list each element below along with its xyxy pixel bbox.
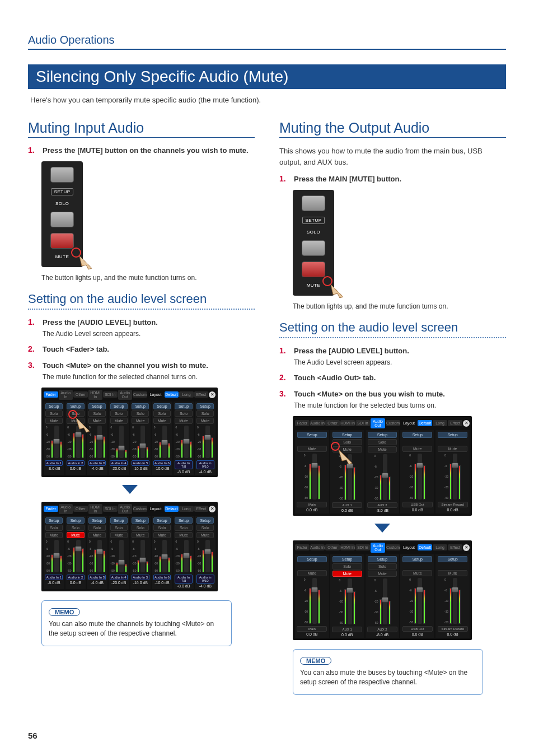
fader[interactable]	[184, 540, 189, 572]
solo-button[interactable]: Solo	[153, 525, 171, 531]
fader[interactable]	[205, 426, 210, 458]
tab-hdmi-in[interactable]: HDMI In	[88, 504, 103, 514]
mute-button[interactable]: Mute	[438, 446, 467, 452]
tab-fader[interactable]: Fader	[44, 391, 58, 398]
setup-button[interactable]: Setup	[402, 556, 432, 562]
mute-button[interactable]: Mute	[153, 418, 171, 424]
tab-hdmi-in[interactable]: HDMI In	[88, 390, 103, 400]
solo-button[interactable]: Solo	[88, 525, 106, 531]
mute-button[interactable]: Mute	[438, 570, 467, 576]
mute-button[interactable]: Mute	[175, 532, 192, 538]
setup-button[interactable]: Setup	[368, 556, 397, 562]
setup-button[interactable]: Setup	[67, 517, 84, 524]
fader[interactable]	[162, 540, 167, 572]
fader[interactable]	[383, 454, 387, 500]
fader[interactable]	[453, 454, 457, 500]
tab-audio-out[interactable]: Audio Out	[118, 504, 133, 514]
mute-button[interactable]: Mute	[132, 532, 149, 538]
tab-audio-in[interactable]: Audio In	[59, 390, 73, 400]
tab-other[interactable]: Other	[325, 544, 340, 550]
tab-sdi-in[interactable]: SDI In	[103, 506, 118, 512]
tab-fader[interactable]: Fader	[295, 544, 310, 550]
setup-button[interactable]: Setup	[196, 403, 214, 409]
fader[interactable]	[140, 540, 145, 572]
setup-button[interactable]: Setup	[332, 432, 362, 438]
setup-button[interactable]: Setup	[153, 517, 171, 524]
solo-button[interactable]: Solo	[45, 410, 63, 417]
mute-button[interactable]: Mute	[110, 532, 128, 538]
fader[interactable]	[54, 540, 59, 572]
fader[interactable]	[418, 578, 422, 624]
close-icon[interactable]: ✕	[209, 506, 216, 512]
setup-button[interactable]: Setup	[297, 432, 327, 438]
fader[interactable]	[140, 426, 145, 458]
tab-default[interactable]: Default	[165, 391, 179, 398]
tab-fader[interactable]: Fader	[44, 506, 58, 512]
tab-hdmi-in[interactable]: HDMI In	[340, 544, 355, 550]
mute-button[interactable]: Mute	[332, 571, 362, 577]
mute-button[interactable]: Mute	[153, 532, 171, 538]
tab-sdi-in[interactable]: SDI In	[103, 391, 118, 398]
setup-button[interactable]: Setup	[196, 517, 214, 524]
mute-button[interactable]: Mute	[297, 570, 327, 576]
mute-button[interactable]: Mute	[45, 418, 63, 424]
solo-button[interactable]: Solo	[368, 439, 397, 445]
solo-button[interactable]: Solo	[368, 563, 397, 570]
tab-other[interactable]: Other	[73, 391, 88, 398]
tab-audio-out[interactable]: Audio Out	[371, 543, 385, 553]
close-icon[interactable]: ✕	[463, 544, 470, 551]
setup-button[interactable]: Setup	[45, 403, 63, 409]
setup-button[interactable]: Setup	[132, 403, 149, 409]
mute-button[interactable]: Mute	[175, 418, 192, 424]
tab-default[interactable]: Default	[165, 506, 179, 512]
setup-button[interactable]: Setup	[402, 432, 432, 438]
solo-button[interactable]: Solo	[110, 525, 128, 531]
solo-button[interactable]: Solo	[175, 525, 192, 531]
fader[interactable]	[119, 540, 124, 572]
tab-custom[interactable]: Custom	[133, 391, 147, 398]
tab-audio-in[interactable]: Audio In	[310, 544, 325, 550]
tab-effect[interactable]: Effect	[448, 420, 462, 426]
setup-button[interactable]: Setup	[332, 556, 362, 562]
mute-button[interactable]: Mute	[88, 532, 106, 538]
tab-default[interactable]: Default	[418, 420, 432, 426]
setup-button[interactable]: Setup	[297, 556, 327, 562]
mute-button[interactable]: Mute	[110, 418, 128, 424]
fader[interactable]	[312, 578, 317, 624]
tab-long[interactable]: Long	[433, 544, 447, 550]
tab-custom[interactable]: Custom	[386, 420, 400, 426]
mute-button[interactable]: Mute	[402, 446, 432, 452]
setup-button[interactable]: Setup	[368, 432, 397, 438]
setup-button[interactable]: Setup	[110, 517, 128, 524]
close-icon[interactable]: ✕	[463, 420, 470, 427]
setup-button[interactable]: Setup	[110, 403, 128, 409]
mute-button[interactable]: Mute	[368, 571, 397, 577]
mute-button[interactable]: Mute	[132, 418, 149, 424]
tab-audio-out[interactable]: Audio Out	[118, 390, 133, 400]
setup-button[interactable]: Setup	[175, 403, 192, 409]
tab-other[interactable]: Other	[325, 420, 340, 426]
tab-audio-out[interactable]: Audio Out	[371, 418, 385, 428]
fader[interactable]	[54, 426, 59, 458]
fader[interactable]	[453, 578, 457, 624]
mute-button[interactable]: Mute	[297, 446, 327, 452]
tab-other[interactable]: Other	[73, 506, 88, 512]
close-icon[interactable]: ✕	[209, 391, 216, 398]
mute-button[interactable]: Mute	[67, 532, 84, 538]
tab-custom[interactable]: Custom	[386, 544, 400, 550]
solo-button[interactable]: Solo	[45, 525, 63, 531]
solo-button[interactable]: Solo	[67, 525, 84, 531]
setup-button[interactable]: Setup	[153, 403, 171, 409]
solo-button[interactable]: Solo	[332, 563, 362, 570]
tab-audio-in[interactable]: Audio In	[310, 420, 325, 426]
tab-default[interactable]: Default	[418, 544, 432, 550]
fader[interactable]	[312, 454, 317, 500]
tab-sdi-in[interactable]: SDI In	[355, 420, 370, 426]
mute-button[interactable]: Mute	[368, 446, 397, 452]
fader[interactable]	[162, 426, 167, 458]
setup-button[interactable]: Setup	[438, 432, 467, 438]
fader[interactable]	[184, 426, 189, 458]
solo-button[interactable]: Solo	[132, 525, 149, 531]
fader[interactable]	[205, 540, 210, 572]
mute-button[interactable]: Mute	[45, 532, 63, 538]
